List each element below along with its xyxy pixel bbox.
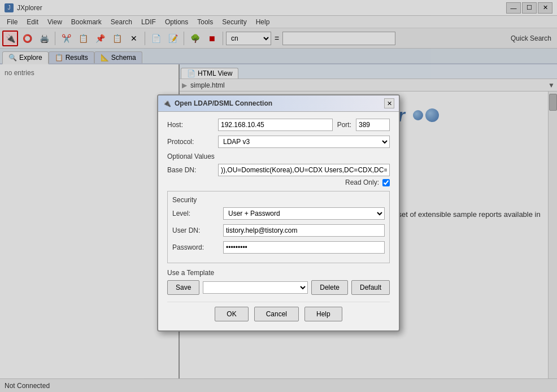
host-input[interactable] — [218, 119, 333, 131]
modal-buttons: OK Cancel Help — [167, 302, 390, 324]
readonly-checkbox[interactable] — [382, 179, 390, 186]
host-port-row: Port: — [218, 119, 390, 131]
template-select[interactable] — [203, 281, 308, 294]
readonly-row: Read Only: — [167, 178, 390, 186]
port-input[interactable] — [356, 119, 390, 131]
protocol-label: Protocol: — [167, 138, 218, 146]
modal-close-button[interactable]: ✕ — [384, 98, 394, 108]
userdn-input[interactable] — [223, 224, 385, 237]
level-row: Level: None User + Password SSL + User +… — [172, 207, 385, 220]
ok-button[interactable]: OK — [215, 307, 248, 321]
password-row: Password: — [172, 241, 385, 254]
userdn-label: User DN: — [172, 227, 223, 234]
default-template-button[interactable]: Default — [351, 280, 390, 295]
port-label: Port: — [337, 121, 351, 129]
host-label: Host: — [167, 121, 218, 129]
password-input[interactable] — [223, 241, 385, 254]
connection-dialog: 🔌 Open LDAP/DSML Connection ✕ Host: Port… — [157, 94, 400, 332]
security-section: Security Level: None User + Password SSL… — [167, 191, 390, 263]
host-row: Host: Port: — [167, 119, 390, 131]
save-template-button[interactable]: Save — [167, 280, 199, 295]
template-title: Use a Template — [167, 269, 390, 277]
optional-values-label: Optional Values — [167, 153, 390, 160]
security-title: Security — [172, 196, 385, 204]
basedn-label: Base DN: — [167, 166, 218, 174]
help-button[interactable]: Help — [304, 307, 342, 321]
cancel-button[interactable]: Cancel — [254, 307, 299, 321]
protocol-row: Protocol: LDAP v3 LDAP v2 DSML v1 DSML v… — [167, 136, 390, 148]
modal-icon: 🔌 — [163, 99, 171, 107]
level-select[interactable]: None User + Password SSL + User + Passwo… — [223, 207, 385, 220]
userdn-row: User DN: — [172, 224, 385, 237]
modal-body: Host: Port: Protocol: LDAP v3 LDAP v2 DS… — [158, 112, 399, 330]
template-section: Use a Template Save Delete Default — [167, 269, 390, 295]
password-label: Password: — [172, 243, 223, 251]
basedn-input[interactable] — [218, 164, 390, 176]
protocol-select[interactable]: LDAP v3 LDAP v2 DSML v1 DSML v2 — [218, 136, 390, 148]
readonly-label: Read Only: — [345, 178, 379, 186]
delete-template-button[interactable]: Delete — [311, 280, 348, 295]
template-row: Save Delete Default — [167, 280, 390, 295]
modal-overlay: 🔌 Open LDAP/DSML Connection ✕ Host: Port… — [0, 0, 557, 392]
modal-title-bar: 🔌 Open LDAP/DSML Connection ✕ — [158, 95, 399, 112]
basedn-row: Base DN: — [167, 164, 390, 176]
level-label: Level: — [172, 210, 223, 217]
modal-title: 🔌 Open LDAP/DSML Connection — [163, 99, 272, 107]
